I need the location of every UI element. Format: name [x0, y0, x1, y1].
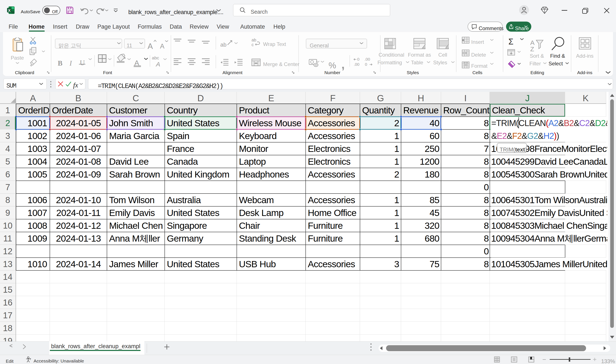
svg-text:.00: .00: [354, 62, 359, 67]
svg-text:ab: ab: [252, 38, 256, 42]
svg-text:X: X: [8, 9, 11, 13]
svg-text:.00: .00: [364, 57, 370, 62]
svg-text:0: 0: [365, 62, 367, 67]
svg-text:?: ?: [29, 358, 31, 361]
svg-text:c: c: [252, 42, 254, 47]
svg-text:0: 0: [357, 57, 359, 62]
